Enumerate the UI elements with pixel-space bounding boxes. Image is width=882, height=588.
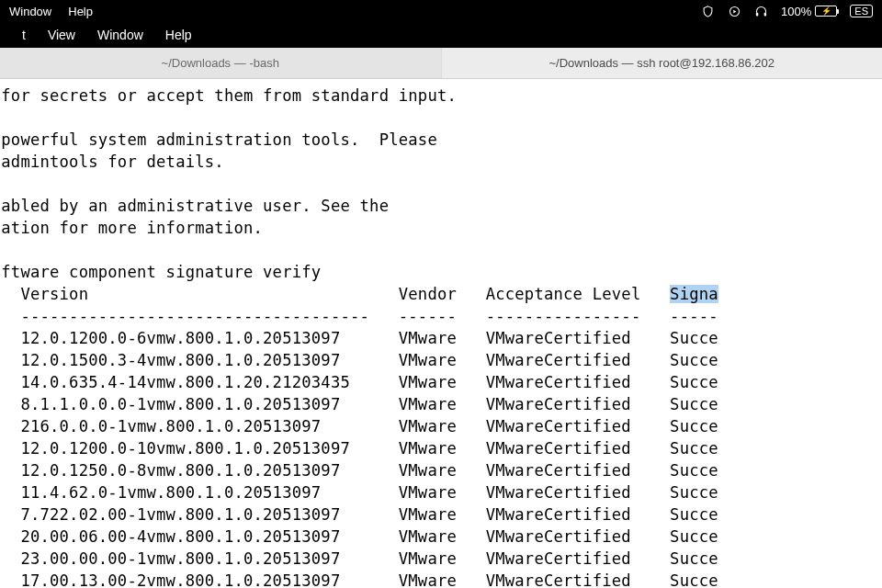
table-separator-row: ------ ---------------------------------…: [0, 305, 882, 327]
app-menu-item[interactable]: t: [22, 28, 26, 42]
app-menu-help[interactable]: Help: [165, 28, 192, 42]
table-row: be 12.0.1500.3-4vmw.800.1.0.20513097 VMw…: [0, 349, 882, 371]
terminal-line: rted, powerful system administration too…: [0, 129, 882, 151]
table-row: 11.4.62.0-1vmw.800.1.0.20513097 VMware V…: [0, 481, 882, 503]
svg-rect-2: [764, 12, 767, 16]
table-row: 5 23.00.00.00-1vmw.800.1.0.20513097 VMwa…: [0, 548, 882, 570]
svg-rect-1: [756, 12, 759, 16]
app-menu-view[interactable]: View: [48, 28, 75, 42]
app-menubar: t View Window Help: [0, 22, 882, 48]
terminal-line: rompt for secrets or accept them from st…: [0, 85, 882, 107]
terminal-tabbar: ~/Downloads — -bash ~/Downloads — ssh ro…: [0, 48, 882, 79]
table-row: oCE 216.0.0.0-1vmw.800.1.0.20513097 VMwa…: [0, 415, 882, 437]
tab-sep: —: [622, 56, 638, 70]
terminal-tab-1[interactable]: ~/Downloads — -bash: [0, 48, 442, 78]
table-row: 17.00.13.00-2vmw.800.1.0.20513097 VMware…: [0, 570, 882, 588]
terminal-line: [0, 239, 882, 261]
terminal-output[interactable]: rompt for secrets or accept them from st…: [0, 79, 882, 588]
terminal-line: be disabled by an administrative user. S…: [0, 195, 882, 217]
tab-proc: -bash: [249, 56, 279, 70]
terminal-tab-2[interactable]: ~/Downloads — ssh root@192.168.86.202: [442, 48, 883, 78]
terminal-line: cli software component signature verify: [0, 261, 882, 283]
battery-percent: 100%: [781, 5, 811, 18]
input-language-badge[interactable]: ES: [850, 5, 873, 17]
highlighted-text: Signa: [670, 285, 718, 303]
tab-path: ~/Downloads: [548, 56, 618, 70]
macos-menubar: Window Help 100% ⚡ ES: [0, 0, 882, 22]
terminal-line: [0, 173, 882, 195]
battery-status[interactable]: 100% ⚡: [781, 5, 837, 18]
tab-path: ~/Downloads: [162, 56, 232, 70]
sys-menu-help[interactable]: Help: [68, 5, 93, 18]
terminal-line: go/sysadmintools for details.: [0, 151, 882, 173]
tab-proc: ssh root@192.168.86.202: [637, 56, 775, 70]
table-row: 14.0.635.4-14vmw.800.1.20.21203435 VMwar…: [0, 371, 882, 393]
table-row: 12.0.1200.0-10vmw.800.1.0.20513097 VMwar…: [0, 437, 882, 459]
table-row: 20.00.06.00-4vmw.800.1.0.20513097 VMware…: [0, 526, 882, 548]
table-row: 8.1.1.0.0.0-1vmw.800.1.0.20513097 VMware…: [0, 393, 882, 415]
table-row: ugin 12.0.1200.0-6vmw.800.1.0.20513097 V…: [0, 327, 882, 349]
sys-menu-window[interactable]: Window: [9, 5, 51, 18]
play-circle-icon[interactable]: [728, 5, 741, 18]
table-row: 7.722.02.00-1vmw.800.1.0.20513097 VMware…: [0, 503, 882, 526]
terminal-line: cumentation for more information.: [0, 217, 882, 239]
table-row: 12.0.1250.0-8vmw.800.1.0.20513097 VMware…: [0, 459, 882, 481]
table-header-row: Version Vendor Acceptance Level Signa: [0, 283, 882, 305]
app-menu-window[interactable]: Window: [97, 28, 143, 42]
shield-icon[interactable]: [701, 5, 715, 18]
tab-sep: —: [234, 56, 250, 70]
battery-icon: ⚡: [815, 6, 837, 17]
terminal-line: [0, 107, 882, 129]
headphones-icon[interactable]: [754, 5, 768, 18]
